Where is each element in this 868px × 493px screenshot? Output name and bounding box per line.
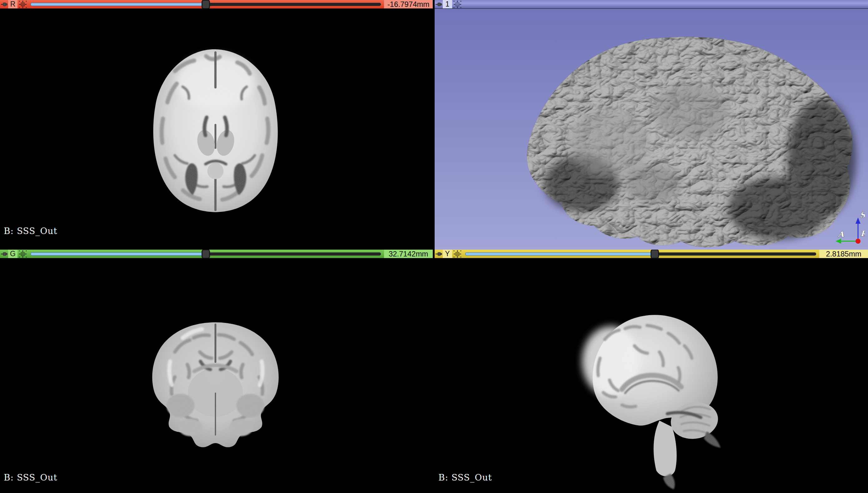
red-slice-offset-slider[interactable]	[30, 0, 381, 8]
axial-brain-slice-image	[0, 9, 433, 250]
threed-view-controller-bar: 1	[435, 0, 868, 9]
green-slice-pane: G 32.7142mm	[0, 250, 433, 493]
axis-superior-label: S	[860, 210, 865, 219]
green-crosshair-button[interactable]	[18, 250, 28, 258]
green-pin-button[interactable]	[0, 250, 8, 258]
axis-anterior-label: A	[838, 230, 844, 239]
threed-viewport[interactable]: S A R	[435, 9, 868, 250]
red-corner-annotation: B: SSS_Out	[4, 226, 58, 236]
pushpin-icon	[435, 0, 443, 8]
crosshair-icon	[453, 0, 462, 9]
green-slice-viewport[interactable]: B: SSS_Out	[0, 258, 433, 493]
yellow-crosshair-button[interactable]	[452, 250, 463, 258]
green-corner-annotation: B: SSS_Out	[4, 472, 58, 483]
slider-handle[interactable]	[202, 250, 210, 259]
red-crosshair-button[interactable]	[18, 0, 28, 8]
yellow-slice-pane: Y 2.8185mm	[435, 250, 868, 493]
red-view-label[interactable]: R	[8, 0, 18, 8]
slider-handle[interactable]	[202, 0, 210, 9]
yellow-slice-viewport[interactable]: B: SSS_Out	[435, 258, 868, 493]
red-slice-controller-bar: R -16.7974mm	[0, 0, 433, 9]
yellow-slice-offset-slider[interactable]	[465, 250, 816, 258]
pushpin-icon	[435, 250, 443, 258]
pushpin-icon	[0, 250, 8, 258]
yellow-slice-offset-value: 2.8185mm	[819, 250, 868, 258]
slider-fill	[465, 253, 655, 256]
orientation-axes-icon[interactable]: S A R	[827, 208, 865, 248]
green-slice-controller-bar: G 32.7142mm	[0, 250, 433, 258]
coronal-brain-slice-image	[0, 258, 433, 493]
red-slice-viewport[interactable]: B: SSS_Out	[0, 9, 433, 250]
volume-rendered-brain-image	[435, 9, 868, 250]
green-view-label[interactable]: G	[8, 250, 18, 258]
red-slice-pane: R -16.7974mm	[0, 0, 433, 250]
threed-crosshair-button[interactable]	[452, 0, 463, 8]
yellow-corner-annotation: B: SSS_Out	[438, 472, 492, 483]
slider-handle[interactable]	[650, 250, 659, 259]
red-slice-offset-value: -16.7974mm	[384, 0, 433, 8]
threed-pin-button[interactable]	[435, 0, 443, 8]
red-pin-button[interactable]	[0, 0, 8, 8]
crosshair-icon	[18, 0, 27, 9]
crosshair-icon	[18, 250, 27, 258]
crosshair-icon	[453, 250, 462, 258]
slider-fill	[30, 3, 206, 6]
threed-view-label[interactable]: 1	[443, 0, 452, 8]
slider-fill	[30, 253, 206, 256]
pushpin-icon	[0, 0, 8, 8]
green-slice-offset-value: 32.7142mm	[384, 250, 433, 258]
yellow-pin-button[interactable]	[435, 250, 443, 258]
yellow-view-label[interactable]: Y	[443, 250, 452, 258]
slicer-four-up-layout: R -16.7974mm	[0, 0, 868, 493]
yellow-slice-controller-bar: Y 2.8185mm	[435, 250, 868, 258]
sagittal-brain-slice-image	[435, 258, 868, 493]
threed-view-pane: 1	[435, 0, 868, 250]
axis-right-label: R	[861, 229, 865, 238]
green-slice-offset-slider[interactable]	[30, 250, 381, 258]
